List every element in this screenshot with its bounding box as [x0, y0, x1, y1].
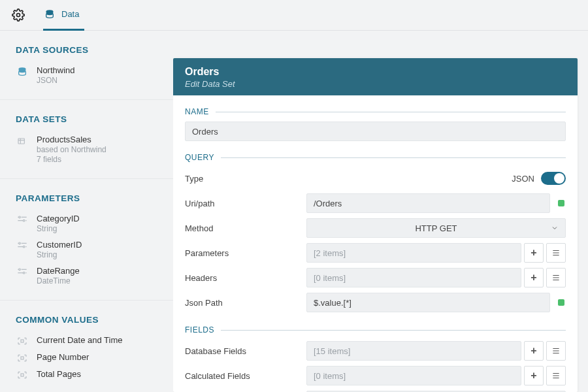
method-select[interactable]: HTTP GET	[306, 218, 566, 238]
add-parameter-button[interactable]: +	[524, 243, 544, 263]
parameter-icon	[16, 214, 29, 223]
calculated-fields-label: Calculated Fields	[185, 371, 306, 381]
parameter-item[interactable]: CustomerID String	[0, 236, 173, 262]
name-group-label: NAME	[185, 107, 566, 116]
type-label: Type	[185, 174, 306, 184]
common-value-name: Page Number	[37, 352, 89, 362]
data-set-item[interactable]: ProductsSales based on Northwind 7 field…	[0, 131, 173, 167]
data-set-sub1: based on Northwind	[37, 145, 106, 154]
parameter-item[interactable]: CategoryID String	[0, 210, 173, 236]
parameter-name: CategoryID	[37, 214, 80, 223]
svg-point-8	[19, 269, 21, 270]
parameter-item[interactable]: DateRange DateTime	[0, 262, 173, 288]
list-headers-button[interactable]	[546, 268, 566, 287]
status-indicator-icon	[558, 299, 564, 306]
list-calcfields-button[interactable]	[546, 366, 566, 385]
parameter-name: CustomerID	[37, 240, 82, 250]
panel-header: Orders Edit Data Set	[173, 58, 578, 95]
data-set-name: ProductsSales	[37, 135, 106, 144]
parameter-icon	[16, 240, 29, 249]
database-fields-field[interactable]: [15 items]	[306, 341, 521, 361]
insert-field-icon	[16, 369, 29, 380]
parameters-title: PARAMETERS	[0, 179, 173, 210]
database-icon	[16, 65, 29, 77]
add-calcfield-button[interactable]: +	[524, 366, 544, 385]
svg-point-9	[23, 272, 25, 274]
database-fields-label: Database Fields	[185, 346, 306, 356]
parameter-name: DateRange	[37, 266, 80, 276]
uri-input[interactable]: /Orders	[306, 193, 550, 213]
jsonpath-input[interactable]: $.value.[*]	[306, 293, 550, 312]
data-source-name: Northwind	[37, 65, 75, 75]
data-source-item[interactable]: Northwind JSON	[0, 61, 173, 88]
add-header-button[interactable]: +	[524, 268, 544, 287]
calculated-fields-field[interactable]: [0 items]	[306, 366, 521, 385]
gear-icon[interactable]	[12, 8, 25, 22]
list-parameters-button[interactable]	[546, 243, 566, 263]
add-dbfield-button[interactable]: +	[524, 341, 544, 361]
parameters-field[interactable]: [2 items]	[306, 243, 521, 263]
svg-point-7	[23, 246, 25, 248]
parameter-icon	[16, 266, 29, 275]
svg-rect-10	[21, 340, 24, 342]
parameter-type: String	[37, 224, 80, 233]
data-sources-title: DATA SOURCES	[0, 31, 173, 61]
insert-field-icon	[16, 352, 29, 363]
type-value: JSON	[512, 174, 534, 184]
common-value-name: Total Pages	[37, 369, 81, 379]
panel-subtitle: Edit Data Set	[185, 79, 566, 89]
common-values-title: COMMON VALUES	[0, 301, 173, 331]
svg-point-4	[19, 216, 21, 218]
database-icon	[44, 9, 55, 20]
svg-rect-3	[18, 139, 24, 144]
name-input[interactable]	[185, 122, 566, 141]
type-toggle[interactable]	[541, 172, 566, 185]
common-value-item[interactable]: Current Date and Time	[0, 331, 173, 348]
list-dbfields-button[interactable]	[546, 341, 566, 361]
common-value-item[interactable]: Page Number	[0, 348, 173, 365]
common-value-item[interactable]: Total Pages	[0, 365, 173, 382]
svg-point-6	[19, 242, 21, 244]
parameter-type: String	[37, 250, 82, 259]
svg-rect-11	[21, 357, 24, 359]
jsonpath-label: Json Path	[185, 298, 306, 308]
tab-data-label: Data	[61, 9, 79, 19]
data-sets-title: DATA SETS	[0, 100, 173, 131]
svg-rect-12	[21, 374, 24, 376]
parameter-type: DateTime	[37, 276, 80, 286]
data-source-sub: JSON	[37, 76, 75, 85]
edit-data-set-panel: Orders Edit Data Set NAME QUERY Type JSO…	[173, 58, 578, 392]
data-set-sub2: 7 fields	[37, 155, 106, 164]
query-group-label: QUERY	[185, 153, 566, 162]
status-indicator-icon	[558, 200, 564, 206]
common-value-name: Current Date and Time	[37, 335, 123, 345]
headers-label: Headers	[185, 273, 306, 283]
tab-data[interactable]: Data	[43, 0, 84, 31]
insert-field-icon	[16, 335, 29, 346]
parameters-label: Parameters	[185, 248, 306, 258]
top-tab-bar: Data	[0, 0, 588, 31]
uri-label: Uri/path	[185, 199, 306, 208]
panel-title: Orders	[185, 66, 566, 78]
svg-point-5	[23, 220, 25, 221]
fields-group-label: FIELDS	[185, 325, 566, 335]
dataset-icon	[16, 135, 29, 146]
headers-field[interactable]: [0 items]	[306, 268, 521, 287]
sidebar: DATA SOURCES Northwind JSON DATA SETS Pr…	[0, 31, 173, 392]
chevron-down-icon	[551, 224, 559, 232]
method-label: Method	[185, 223, 306, 233]
svg-point-0	[17, 14, 20, 17]
